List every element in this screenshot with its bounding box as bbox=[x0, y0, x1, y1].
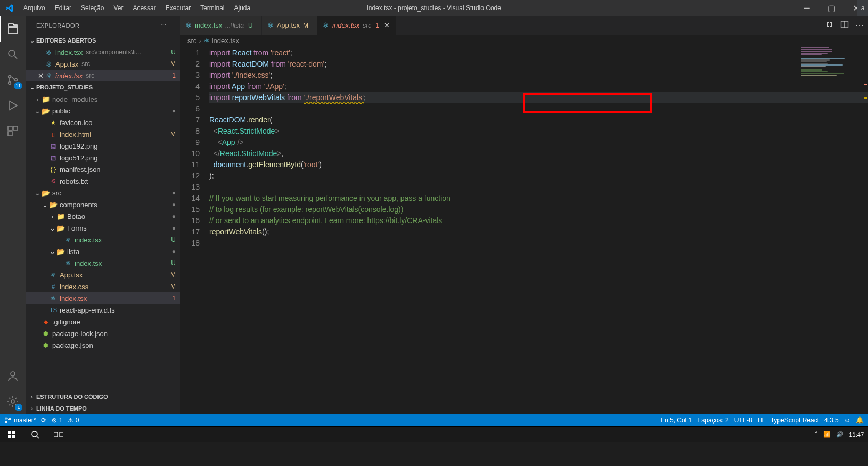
chevron-down-icon: ⌄ bbox=[28, 37, 36, 44]
status-spaces[interactable]: Espaços: 2 bbox=[697, 416, 728, 424]
settings-badge: 1 bbox=[15, 404, 22, 411]
status-errors[interactable]: ⊗ 1 bbox=[52, 416, 62, 424]
file-item[interactable]: ◆.gitignore bbox=[26, 316, 180, 328]
activity-explorer[interactable] bbox=[0, 16, 26, 42]
folder-item[interactable]: ›📁node_modules bbox=[26, 93, 180, 105]
svg-point-3 bbox=[15, 79, 18, 81]
tray-volume-icon[interactable]: 🔊 bbox=[836, 431, 844, 438]
open-editor-item[interactable]: ⚛App.tsxsrcM bbox=[26, 58, 180, 70]
status-branch[interactable]: master* bbox=[4, 416, 36, 424]
file-item[interactable]: ▧logo512.png bbox=[26, 152, 180, 163]
breadcrumb-segment[interactable]: index.tsx bbox=[212, 37, 239, 45]
breadcrumb-segment[interactable]: src bbox=[187, 37, 196, 45]
menu-item[interactable]: Ajuda bbox=[230, 4, 256, 12]
file-item[interactable]: ⛭robots.txt bbox=[26, 175, 180, 187]
item-label: .gitignore bbox=[52, 318, 80, 326]
folder-item[interactable]: ⌄📂Forms● bbox=[26, 222, 180, 234]
file-item[interactable]: { }manifest.json bbox=[26, 163, 180, 175]
chevron-down-icon: ⌄ bbox=[48, 224, 56, 232]
activity-extensions[interactable] bbox=[0, 118, 26, 144]
scrollbar-vertical[interactable] bbox=[861, 46, 868, 414]
outline-label: ESTRUTURA DO CÓDIGO bbox=[36, 394, 108, 400]
status-encoding[interactable]: UTF-8 bbox=[734, 416, 752, 424]
file-item[interactable]: ⬢package-lock.json bbox=[26, 328, 180, 339]
code-editor[interactable]: 123456789101112131415161718 import React… bbox=[180, 46, 868, 414]
file-icon: ⛭ bbox=[49, 178, 58, 184]
tabs-bar: ⚛index.tsx...\listaU⚛App.tsxM⚛index.tsxs… bbox=[180, 16, 868, 35]
menu-item[interactable]: Acessar bbox=[128, 4, 160, 12]
file-icon: ⚛ bbox=[49, 295, 58, 302]
file-item[interactable]: ▯index.htmlM bbox=[26, 128, 180, 140]
sidebar-more-icon[interactable]: ⋯ bbox=[160, 22, 170, 29]
file-item[interactable]: TSreact-app-env.d.ts bbox=[26, 304, 180, 316]
outline-section[interactable]: › ESTRUTURA DO CÓDIGO bbox=[26, 391, 180, 403]
file-icon: ⬢ bbox=[42, 342, 50, 349]
activity-run[interactable] bbox=[0, 93, 26, 118]
more-actions-icon[interactable]: ⋯ bbox=[855, 20, 864, 30]
file-item[interactable]: ⚛index.tsxU bbox=[26, 234, 180, 246]
status-eol[interactable]: LF bbox=[758, 416, 765, 424]
editor-tab[interactable]: ⚛index.tsx...\listaU bbox=[180, 16, 262, 35]
folder-item[interactable]: ›📁Botao● bbox=[26, 210, 180, 222]
chevron-right-icon: › bbox=[48, 212, 56, 220]
maximize-button[interactable]: ▢ bbox=[819, 0, 844, 16]
file-item[interactable]: ⬢package.json bbox=[26, 339, 180, 351]
close-icon[interactable]: ✕ bbox=[382, 21, 391, 29]
status-ext-version[interactable]: 4.3.5 bbox=[824, 416, 839, 424]
svg-rect-16 bbox=[12, 435, 15, 438]
project-section[interactable]: ⌄ PROJETO_STUDIES bbox=[26, 81, 180, 93]
file-item[interactable]: ★favicon.ico bbox=[26, 117, 180, 128]
menu-item[interactable]: Seleção bbox=[76, 4, 109, 12]
svg-point-11 bbox=[5, 421, 7, 423]
editor-tab[interactable]: ⚛App.tsxM bbox=[262, 16, 317, 35]
breadcrumbs[interactable]: src › ⚛ index.tsx bbox=[180, 35, 868, 46]
file-path: src\components\li... bbox=[86, 48, 141, 56]
item-label: components bbox=[60, 201, 97, 209]
folder-item[interactable]: ⌄📂public● bbox=[26, 105, 180, 117]
open-editors-section[interactable]: ⌄ EDITORES ABERTOS bbox=[26, 35, 180, 46]
tray-chevron-icon[interactable]: ˄ bbox=[815, 431, 818, 438]
git-status-badge: M bbox=[303, 22, 308, 29]
code-content[interactable]: import React from 'react';import ReactDO… bbox=[209, 46, 868, 414]
svg-point-8 bbox=[11, 400, 14, 403]
git-status-badge: M bbox=[167, 60, 176, 68]
folder-item[interactable]: ⌄📂components● bbox=[26, 199, 180, 210]
file-item[interactable]: #index.cssM bbox=[26, 281, 180, 292]
folder-item[interactable]: ⌄📂src● bbox=[26, 187, 180, 199]
activity-scm[interactable]: 11 bbox=[0, 67, 26, 93]
minimize-button[interactable]: ─ bbox=[795, 0, 819, 16]
activity-search[interactable] bbox=[0, 42, 26, 67]
file-path: src bbox=[86, 72, 94, 79]
timeline-section[interactable]: › LINHA DO TEMPO bbox=[26, 403, 180, 414]
open-editor-item[interactable]: ⚛index.tsxsrc\components\li...U bbox=[26, 46, 180, 58]
menu-item[interactable]: Arquivo bbox=[19, 4, 50, 12]
activity-account[interactable] bbox=[0, 363, 26, 389]
tray-network-icon[interactable]: 📶 bbox=[823, 431, 831, 438]
open-editor-item[interactable]: ✕⚛index.tsxsrc1 bbox=[26, 70, 180, 81]
menu-item[interactable]: Ver bbox=[109, 4, 128, 12]
menu-item[interactable]: Executar bbox=[161, 4, 195, 12]
menu-item[interactable]: Terminal bbox=[195, 4, 229, 12]
activity-settings[interactable]: 1 bbox=[0, 389, 26, 414]
start-button[interactable] bbox=[0, 427, 23, 443]
folder-item[interactable]: ⌄📂lista● bbox=[26, 246, 180, 257]
file-item[interactable]: ⚛index.tsxU bbox=[26, 257, 180, 269]
file-item[interactable]: ▧logo192.png bbox=[26, 140, 180, 152]
task-view[interactable] bbox=[47, 427, 70, 443]
status-notifications[interactable]: 🔔 bbox=[856, 416, 864, 424]
taskbar-search[interactable] bbox=[23, 427, 47, 443]
menu-item[interactable]: Editar bbox=[50, 4, 76, 12]
chevron-down-icon: ⌄ bbox=[33, 107, 42, 115]
status-language[interactable]: TypeScript React bbox=[771, 416, 819, 424]
compare-changes-icon[interactable] bbox=[825, 20, 834, 31]
file-item[interactable]: ⚛index.tsx1 bbox=[26, 292, 180, 304]
split-editor-icon[interactable] bbox=[840, 20, 849, 31]
status-sync[interactable]: ⟳ bbox=[41, 416, 46, 424]
status-position[interactable]: Ln 5, Col 1 bbox=[661, 416, 692, 424]
editor-tab[interactable]: ⚛index.tsxsrc1✕ bbox=[317, 16, 397, 35]
close-icon[interactable]: ✕ bbox=[36, 72, 45, 80]
file-item[interactable]: ⚛App.tsxM bbox=[26, 269, 180, 281]
status-warnings[interactable]: ⚠ 0 bbox=[68, 416, 79, 424]
status-feedback[interactable]: ☺ bbox=[844, 416, 850, 424]
taskbar-clock[interactable]: 11:47 bbox=[849, 431, 864, 438]
